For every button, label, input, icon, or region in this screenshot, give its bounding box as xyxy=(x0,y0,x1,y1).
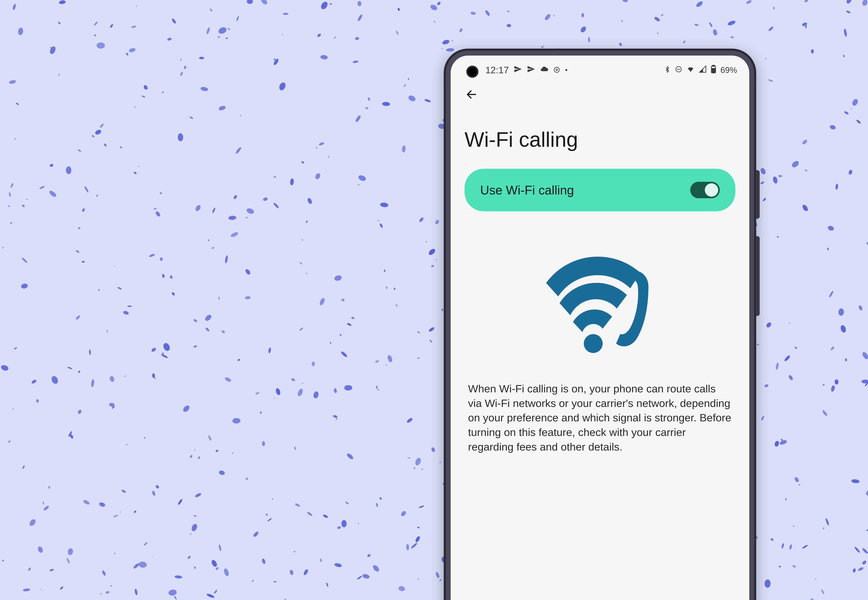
svg-point-815 xyxy=(18,27,24,36)
svg-point-248 xyxy=(194,492,202,498)
svg-point-598 xyxy=(830,385,835,392)
svg-point-829 xyxy=(825,518,830,526)
svg-point-664 xyxy=(301,161,304,164)
svg-point-28 xyxy=(320,558,322,562)
svg-point-795 xyxy=(823,384,825,386)
svg-point-514 xyxy=(123,310,129,315)
svg-point-846 xyxy=(9,80,16,84)
svg-point-192 xyxy=(126,444,128,445)
svg-point-240 xyxy=(91,379,95,387)
svg-point-506 xyxy=(727,20,736,26)
svg-point-444 xyxy=(244,268,251,275)
battery-percent: 69% xyxy=(720,65,737,75)
svg-point-791 xyxy=(768,26,774,32)
svg-point-16 xyxy=(162,92,164,93)
toggle-switch[interactable] xyxy=(690,182,720,198)
svg-point-421 xyxy=(246,207,255,215)
svg-point-320 xyxy=(345,502,349,505)
svg-point-599 xyxy=(773,7,775,9)
svg-point-94 xyxy=(190,533,192,535)
svg-point-538 xyxy=(441,48,443,49)
svg-point-802 xyxy=(318,142,324,146)
svg-point-723 xyxy=(273,176,276,178)
svg-point-851 xyxy=(94,34,96,36)
svg-point-447 xyxy=(768,79,773,82)
svg-point-718 xyxy=(414,467,416,469)
svg-point-894 xyxy=(377,220,379,221)
svg-point-308 xyxy=(319,297,326,306)
svg-point-797 xyxy=(580,26,587,33)
svg-point-272 xyxy=(245,296,251,300)
svg-point-709 xyxy=(442,39,450,45)
svg-point-824 xyxy=(187,555,191,559)
svg-point-531 xyxy=(10,222,12,224)
svg-point-752 xyxy=(37,545,44,554)
svg-point-524 xyxy=(766,321,772,328)
svg-point-503 xyxy=(174,595,177,600)
svg-point-182 xyxy=(59,586,64,590)
svg-point-887 xyxy=(167,37,172,41)
status-left: 12:17 • xyxy=(485,65,568,75)
svg-point-896 xyxy=(334,562,342,568)
svg-point-129 xyxy=(844,111,849,115)
svg-point-725 xyxy=(434,20,435,23)
svg-point-356 xyxy=(418,505,424,509)
svg-point-748 xyxy=(208,435,212,441)
svg-point-764 xyxy=(862,547,868,555)
svg-point-151 xyxy=(290,178,294,185)
svg-point-812 xyxy=(161,353,168,359)
svg-point-789 xyxy=(75,315,81,320)
svg-point-61 xyxy=(303,568,309,576)
svg-point-498 xyxy=(357,576,362,580)
svg-point-881 xyxy=(355,37,359,40)
svg-point-558 xyxy=(215,449,219,452)
svg-point-641 xyxy=(260,411,262,414)
svg-point-184 xyxy=(774,441,780,447)
svg-point-513 xyxy=(171,18,177,24)
svg-point-635 xyxy=(846,10,851,14)
svg-point-360 xyxy=(205,327,210,332)
svg-point-588 xyxy=(143,85,148,91)
nav-area xyxy=(451,79,749,107)
svg-point-788 xyxy=(114,553,116,554)
svg-point-331 xyxy=(260,0,268,6)
svg-point-874 xyxy=(67,548,74,556)
svg-point-183 xyxy=(354,115,361,123)
svg-point-525 xyxy=(861,351,868,360)
svg-point-512 xyxy=(341,520,347,527)
svg-point-605 xyxy=(182,405,191,413)
svg-point-486 xyxy=(866,241,868,245)
svg-point-65 xyxy=(268,347,271,353)
svg-point-400 xyxy=(22,465,25,469)
svg-point-328 xyxy=(274,59,276,60)
svg-point-484 xyxy=(330,342,332,344)
svg-point-388 xyxy=(263,197,268,202)
svg-point-501 xyxy=(278,82,287,91)
svg-point-732 xyxy=(42,501,45,505)
svg-point-390 xyxy=(133,563,139,569)
svg-point-313 xyxy=(26,199,28,200)
svg-point-755 xyxy=(694,24,699,26)
svg-point-441 xyxy=(822,410,828,417)
back-button[interactable] xyxy=(465,88,479,102)
svg-point-154 xyxy=(180,71,183,76)
svg-point-612 xyxy=(327,156,329,158)
svg-point-41 xyxy=(218,544,222,551)
svg-point-176 xyxy=(48,486,50,489)
svg-point-438 xyxy=(98,502,106,508)
svg-point-223 xyxy=(40,589,41,590)
svg-point-175 xyxy=(204,314,212,322)
svg-point-581 xyxy=(136,5,138,7)
wifi-calling-toggle-card[interactable]: Use Wi-Fi calling xyxy=(465,169,735,211)
svg-point-152 xyxy=(799,484,800,486)
svg-point-888 xyxy=(232,452,234,454)
svg-point-347 xyxy=(252,580,254,582)
svg-point-647 xyxy=(470,11,476,15)
svg-point-270 xyxy=(418,217,424,223)
svg-point-305 xyxy=(362,573,370,579)
send-icon xyxy=(514,65,522,75)
svg-point-200 xyxy=(98,289,100,291)
svg-point-634 xyxy=(105,591,109,594)
svg-point-253 xyxy=(435,259,437,260)
svg-point-335 xyxy=(224,377,232,383)
